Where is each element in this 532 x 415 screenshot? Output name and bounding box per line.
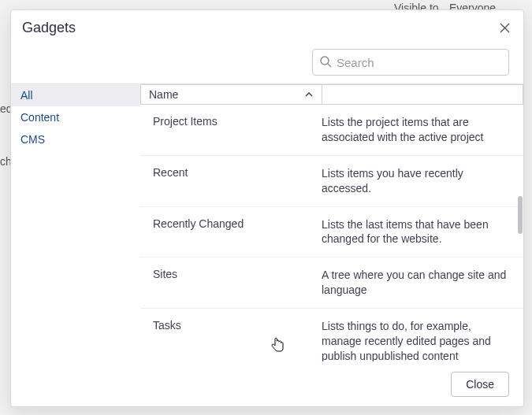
gadgets-dialog: Gadgets AllContentCMS Name [10, 9, 524, 407]
scrollbar-thumb[interactable] [518, 196, 523, 234]
search-icon [319, 55, 332, 70]
gadget-description: A tree where you can change site and lan… [322, 268, 523, 298]
table-row[interactable]: TasksLists things to do, for example, ma… [140, 309, 523, 361]
table-header-row: Name [140, 84, 523, 105]
gadget-table: Name Project ItemsLists the project item… [140, 83, 523, 361]
close-button[interactable]: Close [451, 372, 509, 397]
table-row[interactable]: Project ItemsLists the project items tha… [140, 105, 523, 156]
gadget-name: Sites [140, 268, 322, 280]
dialog-header: Gadgets [11, 10, 523, 44]
sidebar-item-all[interactable]: All [11, 84, 140, 106]
table-body: Project ItemsLists the project items tha… [140, 105, 523, 361]
dialog-body: AllContentCMS Name Project ItemsLists th… [11, 83, 523, 361]
search-box[interactable] [312, 49, 509, 76]
close-icon[interactable] [498, 22, 511, 35]
column-header-name[interactable]: Name [141, 85, 322, 104]
column-header-name-label: Name [149, 88, 178, 101]
search-row [11, 44, 523, 83]
search-input[interactable] [335, 55, 502, 70]
gadget-description: Lists the last items that have been chan… [322, 217, 523, 247]
sort-ascending-icon [304, 90, 314, 99]
gadget-name: Tasks [140, 319, 322, 332]
gadget-name: Recent [140, 166, 322, 179]
gadget-name: Project Items [140, 115, 322, 128]
gadget-description: Lists the project items that are associa… [322, 115, 523, 145]
dialog-title: Gadgets [22, 20, 76, 36]
gadget-name: Recently Changed [140, 217, 322, 230]
dialog-footer: Close [11, 361, 523, 406]
gadget-description: Lists things to do, for example, manage … [322, 319, 523, 361]
column-header-description[interactable] [322, 85, 523, 104]
svg-line-1 [328, 64, 331, 67]
sidebar-item-cms[interactable]: CMS [11, 128, 140, 150]
gadget-description: Lists items you have recently accessed. [322, 166, 523, 196]
svg-point-0 [321, 57, 329, 65]
table-row[interactable]: Recently ChangedLists the last items tha… [140, 207, 523, 258]
table-row[interactable]: RecentLists items you have recently acce… [140, 156, 523, 207]
table-row[interactable]: SitesA tree where you can change site an… [140, 258, 523, 309]
sidebar-item-content[interactable]: Content [11, 106, 140, 128]
category-sidebar: AllContentCMS [11, 83, 140, 361]
